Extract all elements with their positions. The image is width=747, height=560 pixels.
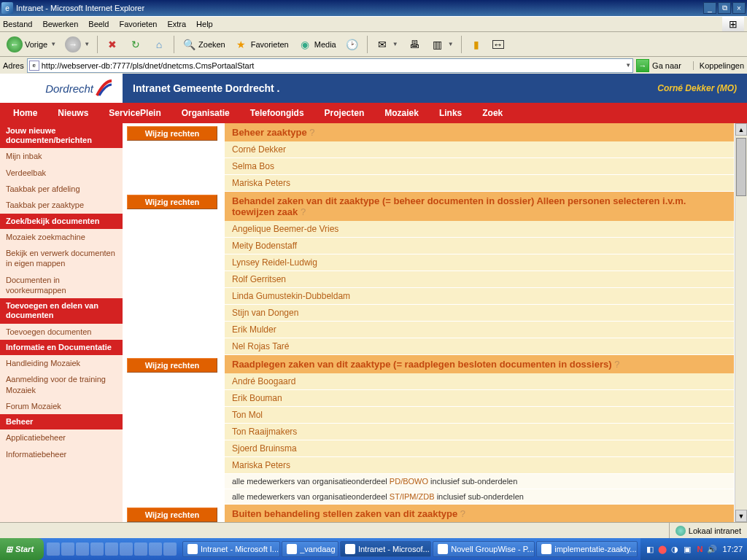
home-button[interactable]: ⌂	[148, 34, 170, 55]
nav-links[interactable]: Links	[439, 108, 482, 118]
person-row[interactable]: Angelique Beemer-de Vries	[225, 221, 734, 238]
media-icon: ◉	[298, 37, 312, 52]
scrollbar[interactable]: ▲ ▼	[735, 123, 747, 522]
scroll-thumb[interactable]	[736, 138, 746, 196]
sidebar-item[interactable]: Toevoegen documenten	[0, 324, 123, 340]
links-label[interactable]: Koppelingen	[693, 61, 744, 70]
tray-icon[interactable]: N	[694, 544, 705, 554]
sidebar-item[interactable]: Bekijk en verwerk documenten in eigen ma…	[0, 245, 123, 272]
nav-telefoongids[interactable]: Telefoongids	[250, 108, 325, 118]
sidebar-item[interactable]: Informatiebeheer	[0, 446, 123, 462]
sidebar-item[interactable]: Handleiding Mozaiek	[0, 355, 123, 371]
sidebar-item[interactable]: Taakbak per zaaktype	[0, 197, 123, 213]
menu-file[interactable]: Bestand	[3, 20, 32, 28]
quicklaunch-icon[interactable]	[105, 542, 118, 556]
tray-icon[interactable]: 🔊	[707, 544, 717, 554]
back-button[interactable]: ← Vorige ▼	[3, 34, 60, 55]
person-row[interactable]: Sjoerd Bruinsma	[225, 440, 734, 457]
person-row[interactable]: Stijn van Dongen	[225, 305, 734, 322]
quicklaunch-icon[interactable]	[90, 542, 104, 556]
sidebar-item[interactable]: Taakbak per afdeling	[0, 181, 123, 197]
address-dropdown-icon[interactable]: ▼	[625, 62, 631, 69]
nav-home[interactable]: Home	[9, 108, 58, 118]
forward-button[interactable]: → ▼	[61, 34, 93, 55]
person-row[interactable]: Erik Mulder	[225, 322, 734, 338]
print-button[interactable]: 🖶	[403, 34, 425, 55]
wijzig-rechten-button[interactable]: Wijzig rechten	[127, 126, 217, 141]
menu-edit[interactable]: Bewerken	[42, 20, 78, 28]
fullscreen-button[interactable]: ↔	[489, 34, 508, 55]
refresh-button[interactable]: ↻	[125, 34, 147, 55]
scroll-down-icon[interactable]: ▼	[735, 510, 747, 522]
person-row[interactable]: Mariska Peters	[225, 457, 734, 474]
quicklaunch-icon[interactable]	[163, 542, 177, 556]
person-row[interactable]: Nel Rojas Taré	[225, 338, 734, 355]
folder-button[interactable]: ▮	[465, 34, 487, 55]
mail-button[interactable]: ✉▼	[371, 34, 402, 55]
tray-icon[interactable]: ⬤	[657, 544, 667, 554]
search-button[interactable]: 🔍Zoeken	[178, 34, 229, 55]
menu-help[interactable]: Help	[196, 20, 213, 28]
intranet-zone-icon	[676, 526, 686, 536]
wijzig-rechten-button[interactable]: Wijzig rechten	[127, 195, 217, 209]
quicklaunch-icon[interactable]	[47, 542, 60, 556]
edit-button[interactable]: ▥▼	[427, 34, 457, 55]
stop-button[interactable]: ✖	[101, 34, 123, 55]
person-row[interactable]: Meity Bodenstaff	[225, 238, 734, 254]
quicklaunch-icon[interactable]	[120, 542, 133, 556]
tray-icon[interactable]: ◑	[670, 544, 680, 554]
menu-extra[interactable]: Extra	[167, 20, 186, 28]
sidebar-item[interactable]: Verdeelbak	[0, 165, 123, 181]
clock[interactable]: 17:27	[719, 545, 743, 553]
tray-icon[interactable]: ◧	[645, 544, 655, 554]
nav-mozaiek[interactable]: Mozaiek	[384, 108, 439, 118]
menu-view[interactable]: Beeld	[88, 20, 109, 28]
history-button[interactable]: 🕑	[341, 34, 363, 55]
media-button[interactable]: ◉Media	[294, 34, 340, 55]
wijzig-rechten-button[interactable]: Wijzig rechten	[127, 508, 217, 522]
person-row[interactable]: Rolf Gerritsen	[225, 271, 734, 288]
sidebar-item[interactable]: Mozaiek zoekmachine	[0, 229, 123, 245]
go-button[interactable]: →	[636, 59, 649, 72]
sidebar-item[interactable]: Aanmelding voor de training Mozaiek	[0, 371, 123, 398]
close-button[interactable]: ×	[732, 2, 746, 14]
taskbar-task[interactable]: Intranet - Microsof...	[340, 541, 431, 557]
person-row[interactable]: Mariska Peters	[225, 175, 734, 192]
taskbar-task[interactable]: implementatie-zaakty...	[536, 541, 638, 557]
quicklaunch-icon[interactable]	[61, 542, 74, 556]
person-row[interactable]: Erik Bouman	[225, 390, 734, 407]
person-row[interactable]: André Boogaard	[225, 373, 734, 390]
minimize-button[interactable]: _	[703, 2, 716, 14]
start-button[interactable]: ⊞ Start	[0, 538, 44, 560]
nav-projecten[interactable]: Projecten	[325, 108, 385, 118]
scroll-up-icon[interactable]: ▲	[735, 123, 747, 136]
quicklaunch-icon[interactable]	[76, 542, 89, 556]
quicklaunch-icon[interactable]	[149, 542, 162, 556]
person-row[interactable]: Selma Bos	[225, 158, 734, 175]
restore-button[interactable]: ⧉	[718, 2, 731, 14]
nav-nieuws[interactable]: Nieuws	[58, 108, 109, 118]
quick-launch	[44, 542, 179, 556]
sidebar-item[interactable]: Documenten in voorkeurmappen	[0, 272, 123, 299]
person-row[interactable]: Corné Dekker	[225, 141, 734, 158]
quicklaunch-icon[interactable]	[134, 542, 147, 556]
menu-favorites[interactable]: Favorieten	[119, 20, 157, 28]
taskbar-task[interactable]: _vandaag	[282, 541, 338, 557]
nav-organisatie[interactable]: Organisatie	[182, 108, 250, 118]
taskbar-task[interactable]: Intranet - Microsoft I...	[182, 541, 280, 557]
favorites-button[interactable]: ★Favorieten	[231, 34, 293, 55]
tray-icon[interactable]: ▣	[682, 544, 692, 554]
nav-serviceplein[interactable]: ServicePlein	[109, 108, 181, 118]
sidebar-item[interactable]: Forum Mozaiek	[0, 398, 123, 414]
nav-zoek[interactable]: Zoek	[482, 108, 523, 118]
person-row[interactable]: Lynsey Reidel-Ludwig	[225, 254, 734, 271]
address-field[interactable]	[42, 61, 624, 70]
sidebar-item[interactable]: Mijn inbak	[0, 148, 123, 164]
wijzig-rechten-button[interactable]: Wijzig rechten	[127, 358, 217, 373]
taskbar-task[interactable]: Novell GroupWise - P...	[433, 541, 535, 557]
person-row[interactable]: Ton Mol	[225, 407, 734, 424]
person-row[interactable]: Linda Gumustekin-Dubbeldam	[225, 288, 734, 305]
person-row[interactable]: Ton Raaijmakers	[225, 424, 734, 440]
sidebar-item[interactable]: Applicatiebeheer	[0, 429, 123, 446]
address-input[interactable]: e ▼	[27, 58, 633, 73]
